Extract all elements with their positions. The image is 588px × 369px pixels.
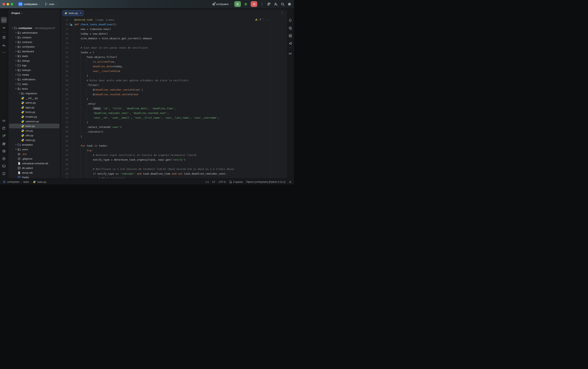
status-encoding[interactable]: UTF-8 — [218, 181, 225, 183]
chevron-right-icon[interactable] — [14, 73, 18, 76]
line-number[interactable]: 24 — [61, 60, 68, 64]
tree-item-celerybeat-schedule-db[interactable]: celerybeat-schedule.db — [9, 161, 60, 166]
chevron-right-icon[interactable] — [14, 36, 18, 39]
settings-button[interactable] — [287, 2, 291, 6]
line-number[interactable]: 23 — [61, 55, 68, 60]
tool-button-notifications[interactable] — [287, 17, 293, 23]
run-config-selector[interactable]: dj crmSystem ⌄ — [212, 2, 231, 6]
tool-button-expressions[interactable] — [287, 50, 293, 57]
line-number[interactable]: 19 — [61, 36, 68, 41]
minimize-window-button[interactable] — [7, 3, 9, 5]
tree-item-apps-py[interactable]: apps.py — [9, 105, 60, 110]
chevron-right-icon[interactable] — [14, 64, 18, 67]
breadcrumb-item[interactable]: tasks — [23, 181, 29, 183]
tree-item-dump-rdb[interactable]: dump.rdb — [9, 170, 60, 175]
line-number[interactable]: 25 — [61, 64, 68, 69]
line-number[interactable]: 20 — [61, 41, 68, 45]
close-tab-icon[interactable]: ✕ — [80, 12, 82, 14]
ai-assistant-button[interactable] — [267, 2, 271, 6]
line-number[interactable]: 16 — [61, 22, 68, 27]
chevron-right-icon[interactable] — [14, 50, 18, 53]
line-number[interactable]: 30 — [61, 87, 68, 92]
chevron-down-icon[interactable] — [11, 27, 14, 29]
status-line-separator[interactable]: LF — [212, 181, 215, 183]
branch-widget[interactable]: main ⌄ — [44, 2, 57, 6]
status-interpreter[interactable]: Pipenv (crmSystem) [Python 3.12.2] — [246, 181, 285, 183]
status-indent[interactable]: 4 spaces — [229, 180, 243, 183]
search-everywhere-button[interactable] — [281, 2, 284, 6]
run-task-gutter-icon[interactable] — [69, 23, 72, 26]
code-editor[interactable]: 15@shared_task1 usagedolca16def check_ta… — [61, 17, 287, 178]
more-run-actions-button[interactable]: ⋮ — [260, 2, 264, 6]
tool-button-project[interactable] — [1, 17, 7, 23]
project-panel-header[interactable]: Project ⌄ — [8, 9, 60, 15]
chevron-right-icon[interactable] — [14, 41, 18, 43]
chevron-right-icon[interactable] — [18, 92, 21, 95]
line-number[interactable]: 27 — [61, 73, 68, 78]
line-number[interactable]: 17 — [61, 27, 68, 31]
tree-item-administration[interactable]: administration — [9, 30, 60, 35]
tree-item-contracts[interactable]: contracts — [9, 40, 60, 44]
code-with-me-button[interactable] — [274, 2, 278, 6]
line-number[interactable]: 46 — [61, 162, 68, 167]
chevron-right-icon[interactable] — [14, 143, 18, 146]
tool-button-services[interactable] — [1, 155, 7, 162]
stop-button[interactable] — [251, 1, 257, 7]
line-number[interactable]: 45 — [61, 157, 68, 162]
tree-item-lookups[interactable]: lookups — [9, 68, 60, 72]
line-number[interactable]: 32 — [61, 97, 68, 102]
line-number[interactable]: 37 — [61, 120, 68, 125]
tool-button-hidden-windows[interactable] — [1, 118, 7, 124]
line-number[interactable]: 47 — [61, 167, 68, 172]
editor-area[interactable]: tasks.py ✕ ⋮ 2 ⌃ ⌄ 15@shared_task1 usage… — [61, 9, 287, 178]
line-number[interactable]: 42 — [61, 144, 68, 148]
tree-item-migrations[interactable]: migrations — [9, 91, 60, 96]
line-number[interactable]: 33 — [61, 102, 68, 106]
tree-item-crmSystem[interactable]: crmSystem — [9, 44, 60, 49]
tree-item-db-sqlite3[interactable]: db.sqlite3 — [9, 166, 60, 170]
line-number[interactable]: 44 — [61, 153, 68, 157]
line-number[interactable]: 18 — [61, 31, 68, 36]
tree-item-templates[interactable]: templates — [9, 142, 60, 147]
debug-button[interactable] — [244, 2, 248, 6]
chevron-right-icon[interactable] — [14, 31, 18, 34]
tree-item-dashboard[interactable]: dashboard — [9, 49, 60, 54]
line-number[interactable]: 38 — [61, 125, 68, 130]
line-number[interactable]: 40 — [61, 134, 68, 139]
tool-button-structure[interactable] — [1, 34, 7, 41]
tree-item-static[interactable]: static — [9, 82, 60, 86]
breadcrumb-item[interactable] — [33, 180, 36, 183]
chevron-right-icon[interactable] — [14, 45, 18, 48]
tree-item-logs[interactable]: logs — [9, 63, 60, 68]
line-number[interactable]: 26 — [61, 69, 68, 73]
tool-button-python-console[interactable] — [1, 141, 7, 147]
tree-item--gitignore[interactable]: .gitignore — [9, 156, 60, 161]
tree-item-contacts[interactable]: contacts — [9, 35, 60, 40]
tree-item-tasks[interactable]: tasks — [9, 86, 60, 91]
line-number[interactable]: 29 — [61, 83, 68, 87]
chevron-right-icon[interactable] — [14, 59, 18, 62]
line-number[interactable]: 15 — [61, 18, 68, 22]
chevron-down-icon[interactable] — [14, 87, 18, 90]
zoom-window-button[interactable] — [11, 3, 13, 5]
close-window-button[interactable] — [2, 3, 5, 5]
breadcrumb-item[interactable]: tasks.py — [37, 181, 46, 183]
chevron-right-icon[interactable] — [14, 69, 18, 71]
tool-button-commit[interactable] — [1, 25, 7, 31]
line-number[interactable]: 39 — [61, 130, 68, 134]
tree-item--env[interactable]: .env — [9, 152, 60, 156]
chevron-right-icon[interactable] — [14, 55, 18, 57]
rerun-button[interactable] — [234, 1, 241, 7]
tree-item-selectors-py[interactable]: selectors.py — [9, 119, 60, 124]
breadcrumb-item[interactable]: crmSystem — [7, 181, 20, 183]
line-number[interactable]: 34 — [61, 106, 68, 111]
tree-item-listings[interactable]: listings — [9, 58, 60, 63]
tree-item-Pipfile[interactable]: Pipfile — [9, 175, 60, 178]
line-number[interactable]: 28 — [61, 78, 68, 83]
status-write-access[interactable] — [289, 180, 292, 183]
tree-item-notifications[interactable]: notifications — [9, 77, 60, 82]
line-number[interactable]: 21 — [61, 45, 68, 50]
tool-button-database-changes[interactable] — [1, 125, 7, 132]
breadcrumb-item[interactable] — [3, 180, 6, 183]
tree-item-models-py[interactable]: models.py — [9, 114, 60, 119]
